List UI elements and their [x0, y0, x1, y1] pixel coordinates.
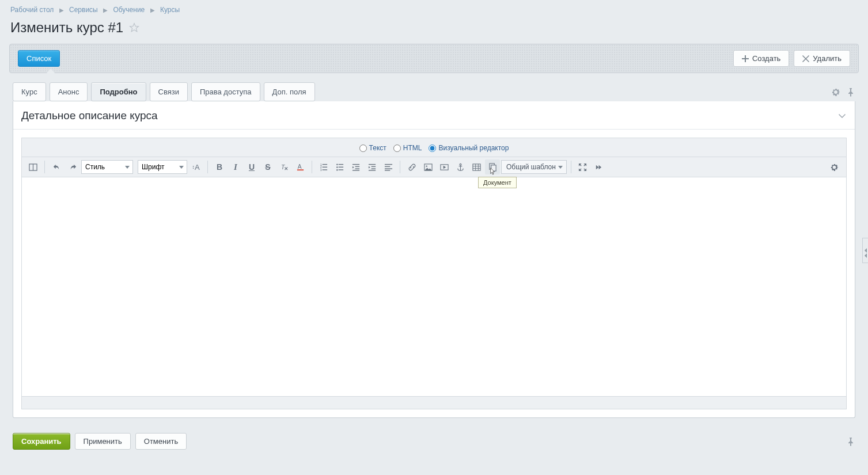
editor-footer — [22, 396, 846, 409]
section-header: Детальное описание курса — [13, 101, 855, 130]
svg-text:A: A — [297, 164, 301, 170]
tab-course[interactable]: Курс — [13, 82, 46, 101]
breadcrumb-sep-icon: ▶ — [103, 7, 108, 13]
svg-point-16 — [336, 169, 338, 170]
clear-format-icon[interactable]: T — [276, 159, 291, 174]
more-icon[interactable] — [592, 159, 607, 174]
tab-access[interactable]: Права доступа — [191, 82, 260, 101]
side-collapse-toggle[interactable] — [862, 238, 868, 263]
tab-announce[interactable]: Анонс — [50, 82, 88, 101]
editor-container: Текст HTML Визуальный редактор Стиль Шри… — [13, 130, 855, 417]
image-icon[interactable] — [420, 159, 435, 174]
svg-text:3: 3 — [320, 169, 321, 172]
breadcrumb-item[interactable]: Рабочий стол — [10, 6, 54, 14]
breadcrumb: Рабочий стол ▶ Сервисы ▶ Обучение ▶ Курс… — [0, 0, 868, 17]
font-select[interactable]: Шрифт — [138, 160, 187, 174]
indent-icon[interactable] — [365, 159, 380, 174]
breadcrumb-item[interactable]: Обучение — [113, 6, 145, 14]
svg-rect-29 — [384, 166, 389, 166]
section-title: Детальное описание курса — [21, 109, 158, 122]
page-header: Изменить курс #1 — [0, 17, 868, 44]
unordered-list-icon[interactable] — [332, 159, 347, 174]
undo-icon[interactable] — [49, 159, 64, 174]
outdent-icon[interactable] — [348, 159, 363, 174]
mode-text[interactable]: Текст — [359, 144, 386, 152]
underline-icon[interactable]: U — [244, 159, 259, 174]
svg-marker-0 — [130, 24, 139, 32]
tooltip: Документ — [478, 177, 517, 188]
style-select[interactable]: Стиль — [81, 160, 133, 174]
svg-rect-25 — [371, 166, 376, 166]
action-bar: Список Создать Удалить — [9, 44, 859, 73]
anchor-icon[interactable] — [453, 159, 468, 174]
strike-icon[interactable]: S — [260, 159, 275, 174]
svg-rect-17 — [338, 164, 343, 164]
svg-rect-18 — [338, 166, 343, 167]
svg-point-15 — [336, 166, 338, 168]
svg-rect-23 — [352, 170, 359, 170]
create-button[interactable]: Создать — [733, 50, 789, 67]
cancel-button[interactable]: Отменить — [135, 433, 187, 450]
svg-rect-20 — [352, 164, 359, 164]
editor-toolbar: Стиль Шрифт ↕A B I U S T A 123 — [22, 157, 846, 177]
svg-rect-30 — [384, 168, 392, 169]
editor-mode-tabs: Текст HTML Визуальный редактор — [22, 138, 846, 157]
apply-button[interactable]: Применить — [75, 433, 131, 450]
redo-icon[interactable] — [65, 159, 80, 174]
svg-rect-31 — [384, 170, 389, 170]
mode-visual[interactable]: Визуальный редактор — [429, 144, 509, 152]
svg-rect-12 — [322, 166, 327, 167]
create-button-label: Создать — [752, 54, 780, 63]
svg-rect-21 — [355, 166, 359, 166]
pin-bottom-icon[interactable] — [846, 437, 855, 446]
italic-icon[interactable]: I — [228, 159, 243, 174]
detail-panel: Детальное описание курса Текст HTML Визу… — [13, 101, 855, 418]
pin-icon[interactable] — [846, 88, 855, 97]
ordered-list-icon[interactable]: 123 — [316, 159, 331, 174]
svg-rect-26 — [371, 168, 376, 169]
font-size-icon[interactable]: ↕A — [188, 159, 203, 174]
page-title: Изменить курс #1 — [10, 20, 123, 36]
svg-point-14 — [336, 164, 338, 165]
table-icon[interactable] — [469, 159, 484, 174]
svg-rect-11 — [322, 164, 327, 164]
breadcrumb-sep-icon: ▶ — [59, 7, 64, 13]
close-icon — [802, 55, 809, 62]
settings-gear-icon[interactable] — [831, 88, 840, 97]
svg-rect-13 — [322, 169, 327, 170]
cursor-icon — [488, 168, 497, 176]
svg-point-33 — [426, 165, 427, 166]
svg-rect-38 — [472, 164, 480, 170]
tab-links[interactable]: Связи — [150, 82, 188, 101]
delete-button[interactable]: Удалить — [794, 50, 850, 67]
tab-detail[interactable]: Подробно — [91, 82, 146, 101]
save-button[interactable]: Сохранить — [13, 433, 70, 450]
template-dropdown[interactable]: Общий шаблон — [501, 160, 567, 174]
plus-icon — [742, 55, 749, 62]
svg-rect-27 — [368, 170, 375, 170]
collapse-chevron-icon[interactable] — [837, 111, 847, 120]
link-icon[interactable] — [404, 159, 419, 174]
svg-rect-28 — [384, 164, 392, 164]
breadcrumb-sep-icon: ▶ — [150, 7, 155, 13]
editor-body[interactable] — [22, 177, 846, 396]
breadcrumb-item[interactable]: Сервисы — [69, 6, 98, 14]
list-button[interactable]: Список — [18, 50, 60, 67]
svg-rect-24 — [368, 164, 375, 164]
mode-html[interactable]: HTML — [393, 144, 422, 152]
tab-row: Курс Анонс Подробно Связи Права доступа … — [0, 73, 868, 101]
fullscreen-icon[interactable] — [575, 159, 590, 174]
svg-rect-7 — [297, 169, 303, 170]
bottom-actions: Сохранить Применить Отменить — [0, 425, 868, 461]
tab-extra[interactable]: Доп. поля — [264, 82, 315, 101]
breadcrumb-item[interactable]: Курсы — [160, 6, 180, 14]
align-icon[interactable] — [381, 159, 396, 174]
document-icon[interactable]: Документ — [485, 159, 500, 174]
favorite-star-icon[interactable] — [129, 22, 139, 33]
toolbar-settings-gear-icon[interactable] — [827, 159, 842, 174]
video-icon[interactable] — [437, 159, 452, 174]
action-bar-pointer-icon — [47, 69, 55, 73]
text-color-icon[interactable]: A — [293, 159, 308, 174]
split-view-icon[interactable] — [25, 159, 40, 174]
bold-icon[interactable]: B — [212, 159, 227, 174]
